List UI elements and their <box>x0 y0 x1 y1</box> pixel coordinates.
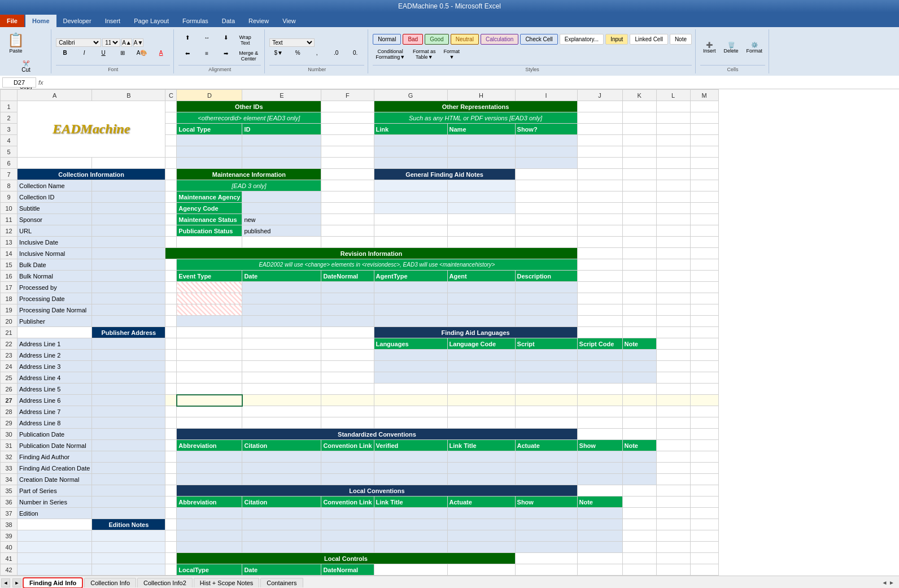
cell-D23[interactable] <box>177 350 242 361</box>
cell-J17[interactable] <box>577 282 622 293</box>
cell-M10[interactable] <box>690 203 718 214</box>
col-header-L[interactable]: L <box>656 90 690 101</box>
col-header-H[interactable]: H <box>447 90 515 101</box>
cell-K35[interactable] <box>622 485 656 496</box>
cell-M24[interactable] <box>690 361 718 372</box>
cell-B42[interactable] <box>92 564 165 576</box>
cell-M33[interactable] <box>690 463 718 474</box>
cell-K33[interactable] <box>622 463 656 474</box>
cell-J28[interactable] <box>577 406 622 417</box>
tab-view[interactable]: View <box>276 15 303 27</box>
cell-F26[interactable] <box>321 384 374 395</box>
insert-button[interactable]: ➕ Insert <box>700 40 719 55</box>
cell-M17[interactable] <box>690 282 718 293</box>
align-middle-button[interactable]: ↔ <box>198 33 216 47</box>
cell-C13[interactable] <box>165 237 177 248</box>
cell-L40[interactable] <box>656 542 690 553</box>
cell-C26[interactable] <box>165 384 177 395</box>
cell-H8[interactable] <box>447 180 515 191</box>
cell-K20[interactable] <box>622 316 656 327</box>
cell-J20[interactable] <box>577 316 622 327</box>
cell-B28[interactable] <box>92 406 165 417</box>
tab-data[interactable]: Data <box>215 15 242 27</box>
font-color-button[interactable]: A <box>152 48 170 58</box>
paste-button[interactable]: 📋 Paste <box>5 31 27 58</box>
cell-J33[interactable] <box>577 463 622 474</box>
cell-M35[interactable] <box>690 485 718 496</box>
cell-A39[interactable] <box>18 530 92 542</box>
cell-B14[interactable] <box>92 248 165 259</box>
cell-K6[interactable] <box>622 158 656 169</box>
currency-button[interactable]: $▼ <box>269 48 287 58</box>
cell-L37[interactable] <box>656 508 690 519</box>
cell-I20[interactable] <box>515 316 577 327</box>
cell-F27[interactable] <box>321 395 374 406</box>
cell-D21[interactable] <box>177 327 242 338</box>
cell-C12[interactable] <box>165 225 177 237</box>
comma-button[interactable]: , <box>308 48 326 58</box>
decrease-font-button[interactable]: A▼ <box>133 38 144 47</box>
cell-M7[interactable] <box>690 169 718 180</box>
cell-E18[interactable] <box>242 293 321 304</box>
cell-A43[interactable] <box>18 576 92 576</box>
col-header-F[interactable]: F <box>321 90 374 101</box>
cell-G6[interactable] <box>374 158 447 169</box>
cell-H42[interactable] <box>447 564 515 576</box>
cell-H13[interactable] <box>447 237 515 248</box>
cell-D25[interactable] <box>177 372 242 384</box>
cell-I19[interactable] <box>515 304 577 316</box>
cell-C31[interactable] <box>165 440 177 451</box>
cell-F12[interactable] <box>321 225 374 237</box>
cell-F1[interactable] <box>321 101 374 112</box>
cell-H6[interactable] <box>447 158 515 169</box>
cell-J30[interactable] <box>577 429 622 440</box>
cell-J6[interactable] <box>577 158 622 169</box>
cell-J27[interactable] <box>577 395 622 406</box>
cell-I29[interactable] <box>515 417 577 429</box>
cell-M20[interactable] <box>690 316 718 327</box>
cell-C24[interactable] <box>165 361 177 372</box>
cell-B29[interactable] <box>92 417 165 429</box>
cell-M27[interactable] <box>690 395 718 406</box>
fill-color-button[interactable]: A🎨 <box>133 48 151 58</box>
cell-F37[interactable] <box>321 508 374 519</box>
cell-K34[interactable] <box>622 474 656 485</box>
cell-G40[interactable] <box>374 542 447 553</box>
cell-B6[interactable] <box>92 158 165 169</box>
cell-M18[interactable] <box>690 293 718 304</box>
cell-D40[interactable] <box>177 542 242 553</box>
cell-E17[interactable] <box>242 282 321 293</box>
cell-G38[interactable] <box>374 519 447 530</box>
cell-C20[interactable] <box>165 316 177 327</box>
cell-G39[interactable] <box>374 530 447 542</box>
cell-C40[interactable] <box>165 542 177 553</box>
cell-G13[interactable] <box>374 237 447 248</box>
tab-insert[interactable]: Insert <box>98 15 128 27</box>
cell-L13[interactable] <box>656 237 690 248</box>
cell-B23[interactable] <box>92 350 165 361</box>
cell-E21[interactable] <box>242 327 321 338</box>
cell-G24[interactable] <box>374 361 447 372</box>
cell-E26[interactable] <box>242 384 321 395</box>
cell-I10[interactable] <box>515 203 577 214</box>
cell-F6[interactable] <box>321 158 374 169</box>
cell-L7[interactable] <box>656 169 690 180</box>
cell-M15[interactable] <box>690 259 718 271</box>
cell-I12[interactable] <box>515 225 577 237</box>
cell-D17[interactable] <box>177 282 242 293</box>
cell-F32[interactable] <box>321 451 374 463</box>
align-right-button[interactable]: ➡ <box>217 49 235 63</box>
cell-K12[interactable] <box>622 225 656 237</box>
cell-E38[interactable] <box>242 519 321 530</box>
cell-C19[interactable] <box>165 304 177 316</box>
cell-G20[interactable] <box>374 316 447 327</box>
cell-B32[interactable] <box>92 451 165 463</box>
cell-D34[interactable] <box>177 474 242 485</box>
cell-J8[interactable] <box>577 180 622 191</box>
cell-G43[interactable] <box>374 576 447 576</box>
cell-C11[interactable] <box>165 214 177 225</box>
cell-I9[interactable] <box>515 191 577 203</box>
cell-C35[interactable] <box>165 485 177 496</box>
cell-F4[interactable] <box>321 135 374 146</box>
cell-F40[interactable] <box>321 542 374 553</box>
